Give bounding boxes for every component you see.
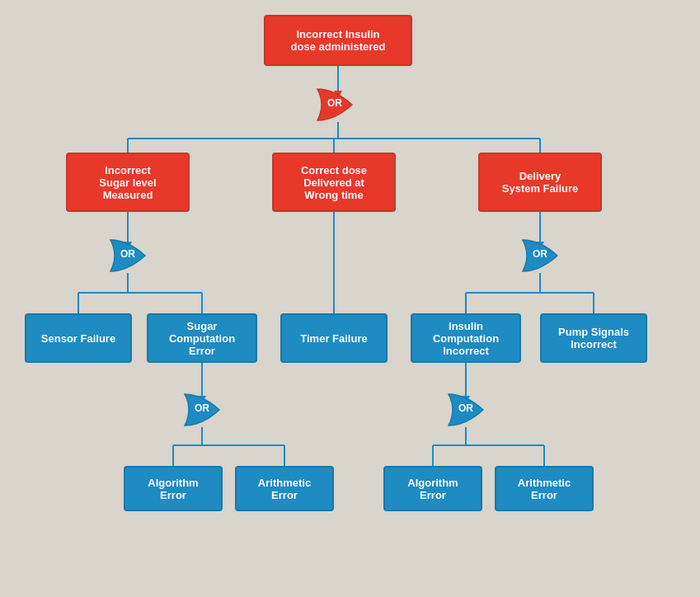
node-insulin-computation-label: Insulin Computation Incorrect bbox=[433, 320, 499, 357]
node-algorithm-error-1-label: Algorithm Error bbox=[148, 477, 198, 501]
node-pump-signals-label: Pump Signals Incorrect bbox=[558, 326, 629, 350]
root-node: Incorrect Insulin dose administered bbox=[264, 15, 412, 66]
node-incorrect-sugar-label: Incorrect Sugar level Measured bbox=[99, 164, 156, 201]
node-insulin-computation: Insulin Computation Incorrect bbox=[411, 313, 521, 363]
root-label: Incorrect Insulin dose administered bbox=[291, 28, 386, 53]
node-timer-failure: Timer Failure bbox=[280, 313, 388, 363]
or-gate-1: OR bbox=[316, 87, 354, 119]
node-arithmetic-error-2: Arithmetic Error bbox=[495, 466, 594, 511]
node-arithmetic-error-1-label: Arithmetic Error bbox=[258, 477, 311, 501]
node-arithmetic-error-1: Arithmetic Error bbox=[235, 466, 334, 511]
node-timer-failure-label: Timer Failure bbox=[300, 332, 367, 345]
node-algorithm-error-1: Algorithm Error bbox=[124, 466, 223, 511]
node-sugar-computation: Sugar Computation Error bbox=[147, 313, 257, 363]
node-pump-signals: Pump Signals Incorrect bbox=[540, 313, 647, 363]
or-gate-5: OR bbox=[447, 393, 485, 424]
node-sensor-failure: Sensor Failure bbox=[25, 313, 132, 363]
fault-tree-diagram: Incorrect Insulin dose administered OR I… bbox=[0, 0, 700, 597]
node-sugar-computation-label: Sugar Computation Error bbox=[169, 320, 235, 357]
node-correct-dose-label: Correct dose Delivered at Wrong time bbox=[301, 164, 367, 201]
node-algorithm-error-2-label: Algorithm Error bbox=[407, 477, 458, 501]
or-gate-2: OR bbox=[109, 238, 147, 270]
node-correct-dose: Correct dose Delivered at Wrong time bbox=[272, 153, 396, 212]
node-incorrect-sugar: Incorrect Sugar level Measured bbox=[66, 153, 190, 212]
or-gate-4: OR bbox=[183, 393, 221, 424]
node-arithmetic-error-2-label: Arithmetic Error bbox=[518, 477, 571, 501]
node-algorithm-error-2: Algorithm Error bbox=[383, 466, 482, 511]
node-delivery-failure-label: Delivery System Failure bbox=[502, 170, 579, 195]
node-sensor-failure-label: Sensor Failure bbox=[41, 332, 115, 345]
node-delivery-failure: Delivery System Failure bbox=[478, 153, 602, 212]
or-gate-3: OR bbox=[521, 238, 559, 270]
